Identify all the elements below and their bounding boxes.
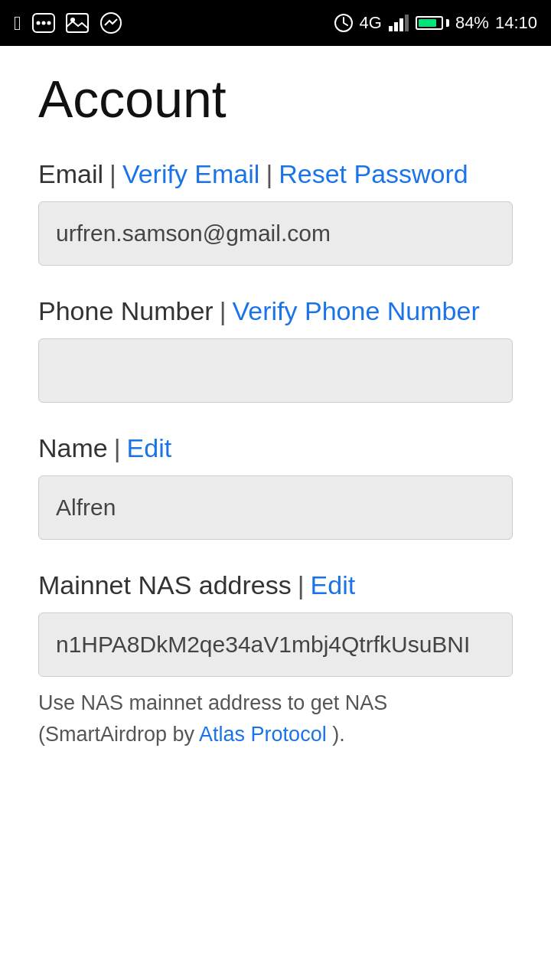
nas-label-row: Mainnet NAS address | Edit: [38, 570, 513, 600]
time-display: 14:10: [495, 13, 537, 33]
image-icon: [66, 13, 89, 33]
status-bar:  4G: [0, 0, 551, 46]
atlas-protocol-link[interactable]: Atlas Protocol: [199, 723, 327, 746]
reset-password-link[interactable]: Reset Password: [279, 159, 468, 189]
svg-rect-9: [394, 22, 398, 31]
name-input[interactable]: [38, 475, 513, 540]
name-label-row: Name | Edit: [38, 433, 513, 463]
battery-icon: [416, 16, 449, 30]
email-section: Email | Verify Email | Reset Password: [38, 159, 513, 266]
messenger-icon: : [14, 11, 21, 35]
nas-label: Mainnet NAS address: [38, 570, 292, 600]
name-edit-link[interactable]: Edit: [127, 433, 172, 463]
verify-email-link[interactable]: Verify Email: [122, 159, 260, 189]
svg-point-2: [41, 21, 45, 25]
email-sep2: |: [266, 159, 272, 189]
nas-hint-after: ).: [332, 723, 345, 746]
email-input[interactable]: [38, 201, 513, 266]
email-sep1: |: [109, 159, 116, 189]
email-label: Email: [38, 159, 103, 189]
page-content: Account Email | Verify Email | Reset Pas…: [0, 46, 551, 803]
clock-icon: [334, 13, 354, 33]
phone-section: Phone Number | Verify Phone Number: [38, 296, 513, 403]
nas-sep: |: [298, 570, 305, 600]
status-left-icons: : [14, 11, 122, 35]
phone-label-row: Phone Number | Verify Phone Number: [38, 296, 513, 326]
phone-input[interactable]: [38, 338, 513, 403]
messenger-icon-1: [32, 13, 55, 33]
nas-edit-link[interactable]: Edit: [311, 570, 356, 600]
name-sep: |: [114, 433, 121, 463]
nas-hint: Use NAS mainnet address to get NAS (Smar…: [38, 688, 513, 750]
status-right-icons: 4G 84% 14:10: [334, 13, 537, 33]
messenger2-icon: [99, 11, 122, 34]
email-label-row: Email | Verify Email | Reset Password: [38, 159, 513, 189]
phone-label: Phone Number: [38, 296, 214, 326]
page-title: Account: [38, 69, 513, 129]
svg-rect-8: [389, 26, 393, 31]
name-section: Name | Edit: [38, 433, 513, 540]
battery-percent: 84%: [455, 13, 489, 33]
svg-rect-11: [405, 15, 409, 31]
svg-point-3: [47, 21, 51, 25]
verify-phone-link[interactable]: Verify Phone Number: [233, 296, 480, 326]
name-label: Name: [38, 433, 108, 463]
nas-section: Mainnet NAS address | Edit Use NAS mainn…: [38, 570, 513, 750]
svg-point-1: [36, 21, 40, 25]
signal-icon: [388, 15, 409, 31]
nas-address-input[interactable]: [38, 612, 513, 677]
svg-rect-10: [399, 18, 403, 31]
phone-sep: |: [220, 296, 227, 326]
network-type: 4G: [360, 13, 382, 33]
